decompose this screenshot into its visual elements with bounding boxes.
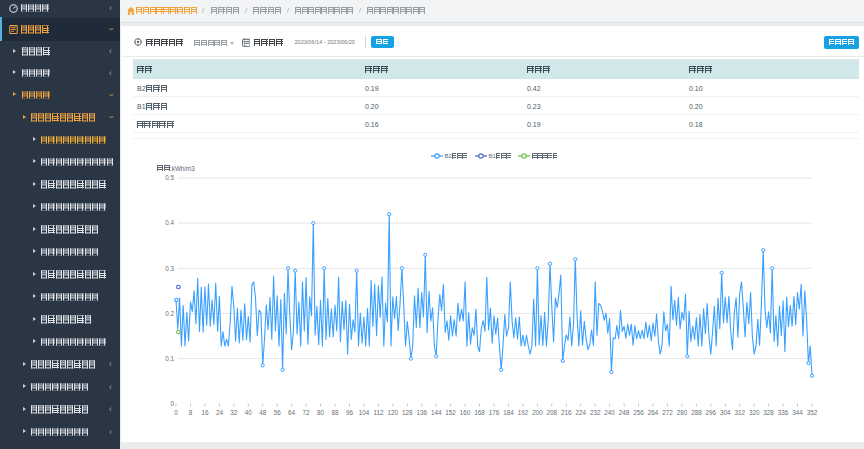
svg-text:352: 352	[807, 409, 818, 416]
svg-text:120: 120	[388, 409, 399, 416]
svg-text:0.1: 0.1	[165, 355, 174, 362]
svg-text:0.2: 0.2	[165, 310, 174, 317]
svg-text:240: 240	[604, 409, 615, 416]
svg-text:312: 312	[734, 409, 745, 416]
svg-text:104: 104	[359, 409, 370, 416]
svg-text:88: 88	[331, 409, 339, 416]
svg-text:80: 80	[317, 409, 325, 416]
svg-text:264: 264	[648, 409, 659, 416]
svg-text:112: 112	[373, 409, 384, 416]
svg-text:256: 256	[633, 409, 644, 416]
svg-text:248: 248	[619, 409, 630, 416]
svg-text:192: 192	[518, 409, 529, 416]
svg-text:16: 16	[201, 409, 209, 416]
svg-text:280: 280	[677, 409, 688, 416]
svg-text:200: 200	[532, 409, 543, 416]
svg-text:336: 336	[778, 409, 789, 416]
svg-text:176: 176	[489, 409, 500, 416]
svg-text:32: 32	[230, 409, 238, 416]
svg-text:48: 48	[259, 409, 267, 416]
svg-text:0.3: 0.3	[165, 265, 174, 272]
svg-text:0.4: 0.4	[165, 219, 174, 226]
svg-text:320: 320	[749, 409, 760, 416]
svg-text:160: 160	[460, 409, 471, 416]
svg-text:152: 152	[445, 409, 456, 416]
svg-text:344: 344	[792, 409, 803, 416]
svg-text:64: 64	[288, 409, 296, 416]
svg-text:232: 232	[590, 409, 601, 416]
svg-text:288: 288	[691, 409, 702, 416]
svg-text:0.5: 0.5	[165, 174, 174, 181]
svg-text:96: 96	[346, 409, 354, 416]
svg-text:144: 144	[431, 409, 442, 416]
svg-text:224: 224	[575, 409, 586, 416]
svg-text:296: 296	[706, 409, 717, 416]
svg-text:168: 168	[474, 409, 485, 416]
svg-text:184: 184	[503, 409, 514, 416]
svg-text:40: 40	[245, 409, 253, 416]
svg-text:72: 72	[303, 409, 311, 416]
svg-text:0: 0	[170, 400, 174, 407]
svg-text:208: 208	[547, 409, 558, 416]
svg-text:216: 216	[561, 409, 572, 416]
svg-text:0: 0	[174, 409, 178, 416]
svg-text:328: 328	[763, 409, 774, 416]
svg-text:136: 136	[416, 409, 427, 416]
svg-text:272: 272	[662, 409, 673, 416]
svg-text:56: 56	[274, 409, 282, 416]
svg-text:24: 24	[216, 409, 224, 416]
svg-text:304: 304	[720, 409, 731, 416]
svg-text:8: 8	[189, 409, 193, 416]
svg-text:128: 128	[402, 409, 413, 416]
